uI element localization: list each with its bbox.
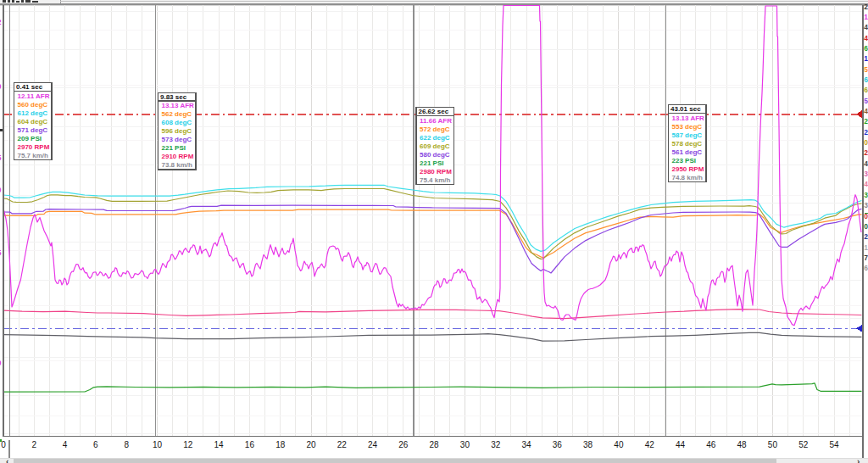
svg-text:26: 26 (398, 440, 409, 449)
svg-text:6: 6 (93, 440, 98, 449)
svg-text:12.11 AFR: 12.11 AFR (18, 92, 50, 100)
svg-text:572 degC: 572 degC (420, 126, 450, 133)
svg-text:2: 2 (864, 232, 868, 241)
svg-text:2: 2 (32, 440, 37, 449)
svg-text:561 degC: 561 degC (672, 148, 703, 156)
svg-text:571 degC: 571 degC (18, 126, 48, 134)
svg-text:622 degC: 622 degC (420, 134, 450, 142)
svg-text:42: 42 (645, 440, 655, 449)
svg-text:75.4 km/h: 75.4 km/h (420, 176, 451, 184)
svg-text:6: 6 (864, 44, 868, 53)
svg-text:5: 5 (864, 65, 868, 74)
svg-text:46: 46 (706, 440, 716, 449)
svg-text:4: 4 (864, 23, 868, 31)
svg-text:0: 0 (864, 138, 868, 147)
svg-text:75.7 km/h: 75.7 km/h (18, 152, 49, 159)
svg-text:2: 2 (864, 3, 868, 11)
svg-text:1: 1 (864, 54, 868, 63)
svg-text:5: 5 (0, 248, 1, 257)
svg-text:16: 16 (245, 440, 255, 449)
svg-text:6: 6 (864, 86, 868, 94)
svg-text:4: 4 (864, 107, 868, 115)
svg-text:74.8 km/h: 74.8 km/h (672, 174, 704, 181)
svg-text:2980 RPM: 2980 RPM (420, 168, 452, 176)
svg-text:604 degC: 604 degC (18, 118, 48, 126)
svg-text:3: 3 (864, 170, 868, 178)
svg-text:2950 RPM: 2950 RPM (672, 165, 704, 173)
svg-text:5: 5 (864, 97, 868, 105)
svg-text:596 degC: 596 degC (162, 127, 192, 135)
svg-text:2: 2 (0, 18, 1, 26)
svg-text:18: 18 (275, 440, 286, 449)
svg-text:3: 3 (864, 201, 868, 209)
svg-text:573 degC: 573 degC (162, 136, 192, 143)
svg-text:34: 34 (521, 440, 531, 449)
svg-text:0: 0 (0, 359, 1, 367)
svg-text:223 PSI: 223 PSI (672, 157, 696, 165)
svg-text:562 degC: 562 degC (162, 110, 192, 118)
svg-text:5: 5 (0, 153, 1, 162)
svg-text:0: 0 (864, 222, 868, 231)
svg-text:2: 2 (864, 128, 868, 137)
svg-text:608 degC: 608 degC (162, 119, 192, 126)
svg-text:4: 4 (63, 440, 68, 449)
svg-text:11.66 AFR: 11.66 AFR (420, 117, 452, 125)
svg-text:43.01 sec: 43.01 sec (670, 105, 701, 113)
svg-text:13.13 AFR: 13.13 AFR (672, 114, 705, 122)
svg-text:52: 52 (798, 440, 809, 449)
svg-text:9.83 sec: 9.83 sec (160, 93, 187, 101)
svg-text:0: 0 (0, 186, 1, 194)
svg-text:1: 1 (864, 13, 868, 21)
svg-text:4: 4 (864, 159, 868, 168)
svg-text:36: 36 (553, 440, 563, 449)
svg-text:560 degC: 560 degC (18, 101, 48, 109)
svg-text:50: 50 (768, 440, 778, 449)
svg-text:40: 40 (614, 440, 624, 449)
svg-text:44: 44 (676, 440, 686, 449)
svg-text:2: 2 (864, 148, 868, 157)
svg-text:48: 48 (737, 440, 748, 449)
svg-text:1: 1 (864, 243, 868, 252)
svg-text:553 degC: 553 degC (672, 123, 703, 131)
svg-text:578 degC: 578 degC (672, 140, 703, 148)
svg-text:20: 20 (306, 440, 316, 449)
svg-text:7: 7 (864, 254, 868, 262)
svg-text:›: › (857, 457, 860, 463)
svg-text:24: 24 (368, 440, 378, 449)
svg-text:0.41 sec: 0.41 sec (16, 83, 43, 91)
svg-text:73.8 km/h: 73.8 km/h (162, 161, 193, 169)
svg-text:12: 12 (183, 440, 193, 449)
svg-text:2970 RPM: 2970 RPM (18, 143, 50, 151)
svg-text:6: 6 (864, 264, 868, 272)
svg-text:209 PSI: 209 PSI (18, 135, 42, 142)
svg-text:2: 2 (864, 117, 868, 126)
svg-text:4: 4 (864, 34, 868, 42)
svg-text:32: 32 (491, 440, 501, 449)
svg-text:38: 38 (583, 440, 593, 449)
svg-text:‹: ‹ (6, 457, 8, 463)
svg-text:26.62 sec: 26.62 sec (419, 108, 449, 115)
svg-text:14: 14 (214, 440, 225, 449)
svg-text:4: 4 (864, 180, 868, 188)
svg-text:2910 RPM: 2910 RPM (162, 153, 194, 160)
svg-text:609 degC: 609 degC (420, 142, 450, 150)
svg-text:54: 54 (829, 440, 839, 449)
svg-text:30: 30 (460, 440, 470, 449)
svg-text:28: 28 (430, 440, 440, 449)
svg-text:6: 6 (864, 75, 868, 84)
svg-text:221 PSI: 221 PSI (162, 144, 186, 152)
svg-text:8: 8 (124, 440, 129, 449)
svg-text:612 degC: 612 degC (18, 109, 48, 117)
svg-text:221 PSI: 221 PSI (420, 159, 443, 167)
svg-text:3: 3 (864, 191, 868, 199)
svg-text:10: 10 (153, 440, 163, 449)
svg-text:587 degC: 587 degC (672, 131, 703, 139)
svg-text:13.13 AFR: 13.13 AFR (162, 102, 195, 109)
svg-text:580 degC: 580 degC (420, 151, 450, 159)
svg-text:22: 22 (337, 440, 348, 449)
svg-text:0: 0 (0, 82, 1, 91)
